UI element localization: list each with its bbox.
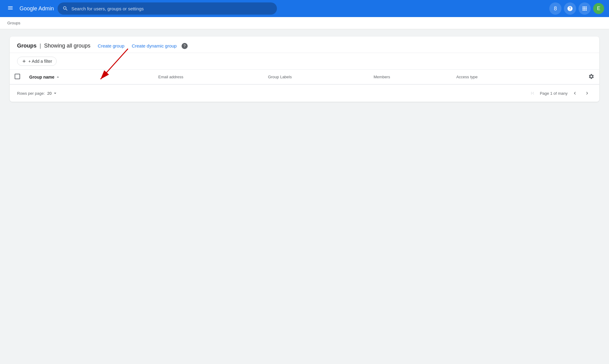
apps-icon [582, 5, 588, 12]
add-filter-button[interactable]: + Add a filter [17, 57, 57, 66]
rows-dropdown-icon [52, 90, 58, 96]
th-settings [549, 70, 599, 84]
th-members: Members [369, 70, 451, 84]
table-header: Group name Email address Group Labels [10, 70, 599, 84]
card-title-groups: Groups [17, 43, 37, 49]
prev-page-icon [572, 90, 578, 96]
search-icon [62, 5, 68, 12]
card-title-separator: | [40, 43, 41, 49]
add-filter-label: + Add a filter [28, 59, 52, 64]
groups-table: Group name Email address Group Labels [10, 70, 599, 84]
th-group-name[interactable]: Group name [24, 70, 153, 84]
topnav-right-section: 8 E [549, 2, 604, 15]
apps-icon-btn[interactable] [579, 2, 591, 15]
user-avatar[interactable]: E [593, 3, 604, 14]
app-logo: Google Admin [19, 5, 54, 12]
menu-icon[interactable] [5, 2, 16, 15]
help-icon [567, 5, 573, 12]
groups-card: Groups | Showing all groups Create group… [10, 37, 599, 102]
th-access-type: Access type [451, 70, 550, 84]
pagination-label: Page 1 of many [540, 91, 568, 96]
top-navigation: Google Admin 8 E [0, 0, 609, 17]
th-checkbox [10, 70, 24, 84]
rows-per-page-selector[interactable]: 20 [47, 90, 58, 96]
rows-per-page-value: 20 [47, 91, 51, 96]
help-tooltip-icon[interactable]: ? [182, 43, 188, 49]
create-dynamic-group-link[interactable]: Create dynamic group [132, 43, 177, 48]
main-content: Groups | Showing all groups Create group… [0, 29, 609, 109]
select-all-checkbox[interactable] [15, 74, 20, 79]
breadcrumb: Groups [0, 17, 609, 29]
column-settings-icon[interactable] [588, 73, 594, 80]
card-header: Groups | Showing all groups Create group… [10, 37, 599, 53]
filter-bar: + Add a filter [10, 53, 599, 70]
card-title-showing: Showing all groups [44, 43, 90, 49]
create-group-link[interactable]: Create group [98, 43, 125, 48]
th-members-label: Members [374, 75, 390, 79]
th-group-labels-label: Group Labels [268, 75, 292, 79]
search-bar[interactable] [58, 2, 277, 15]
th-group-labels: Group Labels [263, 70, 369, 84]
th-access-type-label: Access type [456, 75, 478, 79]
breadcrumb-text: Groups [7, 21, 20, 25]
support-badge: 8 [554, 5, 557, 12]
search-input[interactable] [71, 6, 272, 11]
first-page-icon [530, 90, 535, 96]
pagination-section: Page 1 of many [528, 88, 592, 98]
prev-page-button[interactable] [570, 88, 580, 98]
logo-text: Google Admin [19, 5, 54, 12]
help-icon-btn[interactable] [564, 2, 576, 15]
card-title-section: Groups | Showing all groups [17, 43, 90, 49]
next-page-icon [584, 90, 590, 96]
th-group-name-label: Group name [29, 75, 54, 80]
rows-per-page-label: Rows per page: [17, 91, 45, 96]
support-icon-btn[interactable]: 8 [549, 2, 561, 15]
th-email-address: Email address [153, 70, 263, 84]
card-footer: Rows per page: 20 Page 1 of many [10, 84, 599, 102]
table-container: Group name Email address Group Labels [10, 70, 599, 84]
sort-arrow-icon [55, 75, 60, 80]
first-page-button[interactable] [528, 88, 537, 98]
rows-per-page-section: Rows per page: 20 [17, 90, 58, 96]
next-page-button[interactable] [582, 88, 592, 98]
plus-icon [22, 59, 27, 64]
th-email-label: Email address [158, 75, 183, 79]
